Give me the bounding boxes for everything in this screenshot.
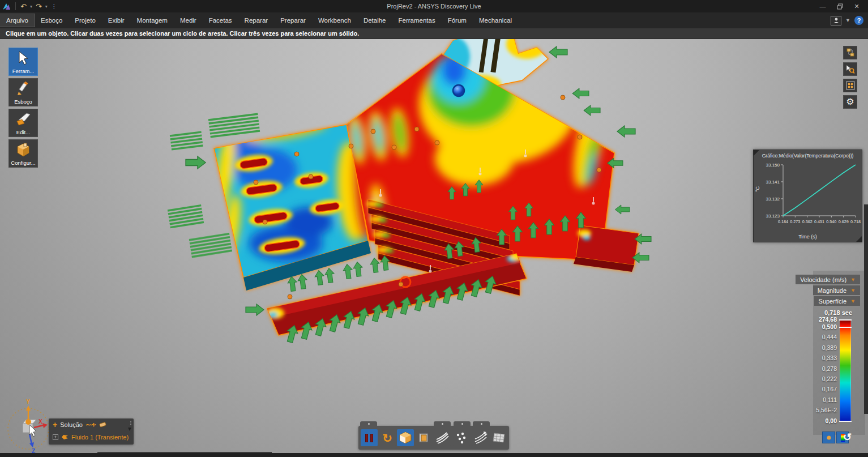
chart-title: Gráfico:Médio(Valor(Temperatura(Corpo))) [754,153,862,159]
streamlines-icon [435,432,449,444]
chart-x-tick-label: 0.451 [814,219,824,224]
variable-dropdown[interactable]: Velocidade (m/s) ▼ [796,275,860,284]
replay-button[interactable]: ↻ [379,429,396,446]
eraser-icon[interactable] [99,421,107,428]
undo-icon[interactable]: ↶ [20,3,27,10]
flyout-tab[interactable] [454,421,471,426]
tool-ferramentas-button[interactable]: Ferram... [8,48,38,76]
panel-handle[interactable] [130,421,131,425]
menu-item-mechanical[interactable]: Mechanical [473,14,518,27]
edit-arrow-icon [15,112,31,127]
undo-dropdown-icon[interactable]: ▾ [30,4,32,9]
flyout-tab[interactable] [473,421,490,426]
chart-x-tick-label: 0.362 [802,219,813,224]
hierarchy-button[interactable] [843,46,857,59]
legend-value: 274,68 [788,316,837,323]
tool-esboco-button[interactable]: Esboço [8,78,38,106]
tool-label: Configur... [11,160,35,166]
menu-item-reparar[interactable]: Reparar [238,14,275,27]
viewport-3d[interactable]: Y X Z Ferram... Esboço Edit... [0,39,868,453]
help-button[interactable]: ? [854,16,863,25]
customize-toolbar-icon[interactable]: ⋮ [51,3,57,10]
title-bar: ↶▾ ↷▾ ⋮ ProjRev2 - ANSYS Discovery Live … [0,0,868,12]
pause-button[interactable] [361,429,378,446]
close-button[interactable]: ✕ [849,1,865,11]
menu-item-montagem[interactable]: Montagem [131,14,174,27]
simulation-time: 0,718 sec [788,309,852,316]
chart-x-axis-label: Time (s) [754,234,862,240]
menu-bar: ArquivoEsboçoProjetoExibirMontagemMedirF… [0,12,868,28]
redo-icon[interactable]: ↷ [36,3,42,10]
playback-toolbar: ↻ [358,426,509,450]
orientation-triad[interactable]: Y X Z [8,399,49,453]
menu-item-ferramentas[interactable]: Ferramentas [392,14,442,27]
legend-value: 0,00 [788,417,837,424]
chart-panel[interactable]: Gráfico:Médio(Valor(Temperatura(Corpo)))… [753,150,862,242]
settings-button[interactable]: ⚙ [843,95,857,109]
account-button[interactable] [831,16,841,25]
menu-item-detalhe[interactable]: Detalhe [357,14,392,27]
chevron-down-icon[interactable]: ▼ [845,18,850,23]
tree-item-fluido[interactable]: + Fluido 1 (Transiente) [49,431,134,443]
pencil-icon [16,82,31,96]
settings-gear-icon: ⚙ [846,97,854,106]
menu-item-preparar[interactable]: Preparar [274,14,312,27]
restore-icon [837,3,843,10]
add-icon[interactable]: + [53,420,57,429]
menu-item-exibir[interactable]: Exibir [102,14,131,27]
legend-value: 0,333 [788,355,837,361]
menu-item-esboco[interactable]: Esboço [35,14,69,27]
streamlines-button[interactable] [434,429,451,446]
quick-access-toolbar: ↶▾ ↷▾ ⋮ [0,2,57,11]
pause-icon [365,434,373,442]
chart-y-tick-label: 33.132 [766,197,780,202]
tree-item-label: Solução [60,421,83,428]
menu-item-facetas[interactable]: Facetas [203,14,238,27]
solid-box-button[interactable] [415,429,432,446]
vector-lines-button[interactable] [472,429,489,446]
tool-configurar-button[interactable]: Configur... [8,139,38,168]
mesh-plane-button[interactable] [490,429,507,446]
chart-x-tick-label: 0.540 [826,219,836,224]
select-search-icon [845,65,855,74]
legend-value: 0,167 [788,386,837,392]
flyout-tab[interactable] [360,421,377,426]
pattern-grid-icon [846,81,855,90]
particles-button[interactable] [453,429,470,446]
pattern-grid-button[interactable] [843,79,857,92]
menu-item-forum[interactable]: Fórum [442,14,473,27]
select-search-button[interactable] [843,62,857,76]
cutaway-view-button[interactable] [397,429,414,446]
expander-icon[interactable]: + [53,434,58,440]
pin-icon[interactable] [128,428,131,431]
variable-dropdown-value: Velocidade (m/s) [800,276,846,283]
solution-tree-panel[interactable]: + Solução ∼∻ + Fluido 1 (Transiente) [49,418,134,445]
probe-button[interactable] [822,432,835,443]
menu-item-arquivo[interactable]: Arquivo [0,14,35,27]
flyout-tab[interactable] [434,421,451,426]
component-dropdown[interactable]: Magnitude ▼ [813,285,860,295]
restore-button[interactable] [832,1,848,11]
hint-text: Clique em um objeto. Clicar duas vezes p… [6,30,359,37]
surface-dropdown[interactable]: Superfície ▼ [814,296,860,306]
menu-item-projeto[interactable]: Projeto [69,14,101,27]
tool-edit-button[interactable]: Edit... [8,109,38,137]
mesh-plane-icon [492,432,506,444]
legend-colorbar[interactable] [840,319,851,422]
particles-icon [455,432,468,444]
menu-item-medir[interactable]: Medir [174,14,203,27]
cutaway-box-icon [399,431,412,445]
probe-sphere[interactable] [453,85,464,96]
cursor-icon [17,51,29,66]
legend-values: 274,680,5000,4440,3890,3330,2780,2220,16… [788,316,837,424]
menu-item-workbench[interactable]: Workbench [312,14,357,27]
window-bottom-edge [0,453,868,457]
thermal-model [212,39,639,335]
reset-view-button[interactable]: ↺ [843,431,852,443]
component-dropdown-value: Magnitude [818,287,846,294]
vector-lines-icon [474,432,488,444]
tree-item-solucao[interactable]: + Solução ∼∻ [49,418,134,431]
minimize-button[interactable]: — [815,1,831,11]
surface-dropdown-value: Superfície [819,298,847,305]
redo-dropdown-icon[interactable]: ▾ [45,4,48,9]
